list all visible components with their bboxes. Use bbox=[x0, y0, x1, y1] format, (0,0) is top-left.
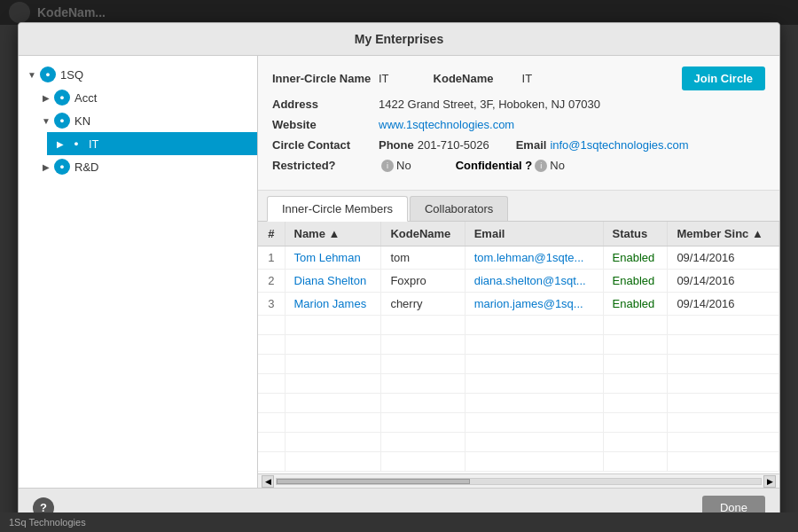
tabs-bar: Inner-Circle Members Collaborators bbox=[258, 191, 779, 222]
cell-member-since: 09/14/2016 bbox=[668, 246, 779, 270]
table-row[interactable]: 2 Diana Shelton Foxpro diana.shelton@1sq… bbox=[258, 270, 779, 293]
phone-value: 201-710-5026 bbox=[418, 138, 489, 152]
table-row-empty bbox=[258, 452, 779, 472]
col-email[interactable]: Email bbox=[465, 222, 603, 246]
tree-label-it: IT bbox=[89, 137, 99, 151]
col-name[interactable]: Name ▲ bbox=[285, 222, 381, 246]
website-label: Website bbox=[272, 118, 379, 131]
modal-dialog: My Enterprises ▼ ● 1SQ ▶ ● Acct bbox=[18, 22, 780, 528]
address-label: Address bbox=[272, 98, 379, 111]
address-value: 1422 Grand Street, 3F, Hoboken, NJ 07030 bbox=[379, 98, 600, 111]
tab-collaborators[interactable]: Collaborators bbox=[410, 196, 508, 221]
horizontal-scrollbar[interactable]: ◀ ▶ bbox=[258, 473, 779, 488]
tree-label-1sq: 1SQ bbox=[60, 68, 83, 82]
col-num: # bbox=[258, 222, 285, 246]
table-row[interactable]: 3 Marion James cherry marion.james@1sq..… bbox=[258, 293, 779, 316]
info-row-restricted: Restricted? i No Confidential ? i No bbox=[272, 159, 765, 172]
table-row-empty bbox=[258, 413, 779, 433]
modal-body: ▼ ● 1SQ ▶ ● Acct ▼ ● KN ▶ bbox=[19, 56, 779, 488]
tree-item-1sq[interactable]: ▼ ● 1SQ bbox=[19, 63, 257, 86]
tree-icon-acct: ● bbox=[54, 90, 70, 106]
tree-toggle-kn[interactable]: ▼ bbox=[40, 114, 52, 127]
tab-inner-circle-members[interactable]: Inner-Circle Members bbox=[267, 196, 408, 222]
join-circle-button[interactable]: Join Circle bbox=[682, 66, 765, 90]
content-panel: Inner-Circle Name IT KodeName IT Join Ci… bbox=[258, 56, 779, 488]
members-table: # Name ▲ KodeName Email Status Member Si… bbox=[258, 222, 779, 472]
status-bar: 1Sq Technologies bbox=[0, 512, 798, 532]
cell-name: Tom Lehman bbox=[285, 246, 381, 270]
tree-toggle-acct[interactable]: ▶ bbox=[40, 91, 52, 104]
info-section: Inner-Circle Name IT KodeName IT Join Ci… bbox=[258, 56, 779, 191]
tree-item-acct[interactable]: ▶ ● Acct bbox=[33, 86, 257, 109]
info-row-website: Website www.1sqtechnologies.com bbox=[272, 118, 765, 131]
cell-member-since: 09/14/2016 bbox=[668, 293, 779, 316]
cell-num: 1 bbox=[258, 246, 285, 270]
scroll-left-button[interactable]: ◀ bbox=[262, 475, 274, 488]
table-row-empty bbox=[258, 316, 779, 335]
cell-member-since: 09/14/2016 bbox=[668, 270, 779, 293]
kodename-label: KodeName bbox=[434, 72, 522, 85]
confidential-value: No bbox=[550, 159, 565, 172]
tree-label-kn: KN bbox=[74, 114, 90, 128]
cell-email: diana.shelton@1sqt... bbox=[465, 270, 603, 293]
tree-item-it[interactable]: ▶ ● IT bbox=[47, 132, 257, 155]
table-row-empty bbox=[258, 335, 779, 355]
table-header-row: # Name ▲ KodeName Email Status Member Si… bbox=[258, 222, 779, 246]
scroll-right-button[interactable]: ▶ bbox=[763, 475, 776, 488]
tree-icon-1sq: ● bbox=[40, 66, 56, 82]
tree-item-rd[interactable]: ▶ ● R&D bbox=[33, 155, 257, 178]
cell-name: Diana Shelton bbox=[285, 270, 381, 293]
email-label: Email bbox=[516, 138, 547, 152]
restricted-label: Restricted? bbox=[272, 159, 379, 172]
tree-label-rd: R&D bbox=[74, 160, 98, 174]
tree-panel: ▼ ● 1SQ ▶ ● Acct ▼ ● KN ▶ bbox=[19, 56, 258, 488]
circle-contact-label: Circle Contact bbox=[272, 138, 379, 152]
info-row-address: Address 1422 Grand Street, 3F, Hoboken, … bbox=[272, 98, 765, 111]
modal-overlay: My Enterprises ▼ ● 1SQ ▶ ● Acct bbox=[0, 0, 798, 532]
cell-kodename: cherry bbox=[381, 293, 465, 316]
tree-icon-kn: ● bbox=[54, 113, 70, 129]
table-row-empty bbox=[258, 374, 779, 394]
confidential-label: Confidential ? bbox=[456, 159, 533, 172]
col-member-since[interactable]: Member Sinc ▲ bbox=[668, 222, 779, 246]
table-row-empty bbox=[258, 355, 779, 374]
tree-icon-rd: ● bbox=[54, 159, 70, 175]
members-table-container: # Name ▲ KodeName Email Status Member Si… bbox=[258, 222, 779, 473]
tree-icon-it: ● bbox=[68, 136, 84, 152]
cell-num: 3 bbox=[258, 293, 285, 316]
status-text: 1Sq Technologies bbox=[9, 517, 86, 528]
table-row[interactable]: 1 Tom Lehman tom tom.lehman@1sqte... Ena… bbox=[258, 246, 779, 270]
col-kodename[interactable]: KodeName bbox=[381, 222, 465, 246]
cell-email: tom.lehman@1sqte... bbox=[465, 246, 603, 270]
inner-circle-name-label: Inner-Circle Name bbox=[272, 72, 379, 85]
kodename-value: IT bbox=[522, 72, 533, 85]
restricted-value: No bbox=[396, 159, 411, 172]
cell-name: Marion James bbox=[285, 293, 381, 316]
modal-header: My Enterprises bbox=[19, 23, 779, 56]
website-link[interactable]: www.1sqtechnologies.com bbox=[379, 118, 514, 131]
cell-kodename: tom bbox=[381, 246, 465, 270]
table-row-empty bbox=[258, 394, 779, 413]
tree-toggle-it[interactable]: ▶ bbox=[54, 137, 66, 150]
tree-toggle-rd[interactable]: ▶ bbox=[40, 160, 52, 173]
tree-item-kn[interactable]: ▼ ● KN bbox=[33, 109, 257, 132]
cell-kodename: Foxpro bbox=[381, 270, 465, 293]
info-row-name: Inner-Circle Name IT KodeName IT Join Ci… bbox=[272, 66, 765, 90]
cell-status: Enabled bbox=[603, 270, 668, 293]
email-link[interactable]: info@1sqtechnologies.com bbox=[550, 138, 688, 152]
inner-circle-name-value: IT bbox=[379, 72, 389, 85]
restricted-info-icon[interactable]: i bbox=[381, 160, 394, 172]
cell-status: Enabled bbox=[603, 293, 668, 316]
info-row-contact: Circle Contact Phone 201-710-5026 Email … bbox=[272, 138, 765, 152]
cell-status: Enabled bbox=[603, 246, 668, 270]
scroll-track[interactable] bbox=[276, 478, 762, 485]
modal-title: My Enterprises bbox=[355, 32, 443, 46]
table-row-empty bbox=[258, 433, 779, 452]
confidential-info-icon[interactable]: i bbox=[535, 160, 547, 172]
tree-toggle-1sq[interactable]: ▼ bbox=[26, 68, 38, 81]
cell-email: marion.james@1sq... bbox=[465, 293, 603, 316]
col-status[interactable]: Status bbox=[603, 222, 668, 246]
phone-label: Phone bbox=[379, 138, 414, 152]
scroll-thumb[interactable] bbox=[277, 479, 470, 484]
cell-num: 2 bbox=[258, 270, 285, 293]
